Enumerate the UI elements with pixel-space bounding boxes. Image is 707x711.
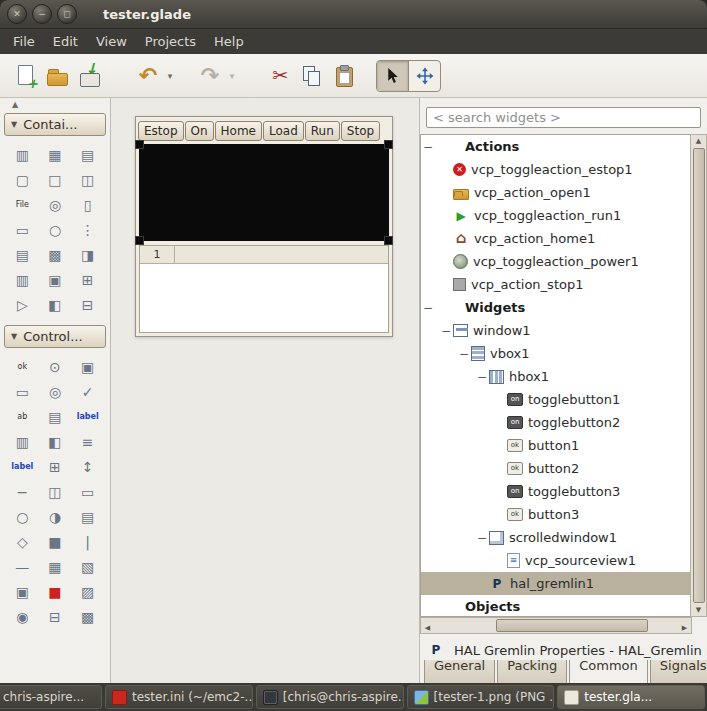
palette-widget-icon[interactable]: ▥ bbox=[11, 146, 33, 163]
palette-widget-icon[interactable]: ok bbox=[11, 358, 33, 375]
tree-row[interactable]: vcp_action_open1 bbox=[421, 181, 690, 204]
properties-tab[interactable]: Common bbox=[569, 660, 648, 683]
palette-widget-icon[interactable]: ◇ bbox=[11, 533, 33, 550]
properties-tab[interactable]: Packing bbox=[497, 660, 567, 683]
palette-widget-icon[interactable]: ▣ bbox=[11, 583, 33, 600]
palette-widget-icon[interactable]: ◧ bbox=[44, 296, 66, 313]
menu-item[interactable]: Projects bbox=[136, 31, 205, 52]
menu-item[interactable]: Help bbox=[205, 31, 253, 52]
taskbar-window-button[interactable]: tester.ini (~/emc2-... bbox=[105, 685, 253, 709]
properties-tab[interactable]: Signals bbox=[650, 660, 707, 683]
cut-button[interactable]: ✂ bbox=[264, 60, 296, 92]
palette-widget-icon[interactable]: ▩ bbox=[77, 608, 99, 625]
tree-row[interactable]: button3 bbox=[421, 503, 690, 526]
palette-widget-icon[interactable]: ▤ bbox=[77, 146, 99, 163]
horizontal-scroll-trough[interactable] bbox=[434, 618, 678, 633]
tree-row[interactable]: togglebutton2 bbox=[421, 411, 690, 434]
design-toolbar-button[interactable]: Load bbox=[263, 121, 304, 141]
expander-icon[interactable]: − bbox=[421, 140, 435, 154]
scroll-left-icon[interactable] bbox=[421, 618, 434, 633]
palette-widget-icon[interactable]: ▥ bbox=[11, 271, 33, 288]
palette-widget-icon[interactable]: ◫ bbox=[44, 483, 66, 500]
tree-row[interactable]: − vbox1 bbox=[421, 342, 690, 365]
tree-row[interactable]: vcp_toggleaction_run1 bbox=[421, 204, 690, 227]
design-toolbar-button[interactable]: Run bbox=[305, 121, 340, 141]
tree-row[interactable]: Objects bbox=[421, 595, 690, 617]
open-button[interactable] bbox=[42, 60, 74, 92]
new-button[interactable]: + bbox=[10, 60, 42, 92]
palette-widget-icon[interactable]: | bbox=[77, 533, 99, 550]
tree-row[interactable]: vcp_toggleaction_power1 bbox=[421, 250, 690, 273]
palette-widget-icon[interactable]: □ bbox=[44, 171, 66, 188]
selection-handle[interactable] bbox=[385, 141, 392, 148]
tree-row[interactable]: button2 bbox=[421, 457, 690, 480]
palette-widget-icon[interactable]: ▤ bbox=[77, 508, 99, 525]
palette-widget-icon[interactable]: ▣ bbox=[44, 271, 66, 288]
minimize-button[interactable]: − bbox=[32, 4, 52, 24]
scroll-right-icon[interactable] bbox=[678, 618, 691, 633]
palette-widget-icon[interactable]: ▭ bbox=[77, 483, 99, 500]
selection-handle[interactable] bbox=[136, 141, 143, 148]
tree-row[interactable]: hal_gremlin1 bbox=[421, 572, 690, 595]
palette-widget-icon[interactable]: label bbox=[11, 458, 33, 475]
palette-widget-icon[interactable]: ⊟ bbox=[77, 296, 99, 313]
taskbar-window-button[interactable]: [chris@chris-aspire... bbox=[256, 685, 404, 709]
tree-row[interactable]: − Widgets bbox=[421, 296, 690, 319]
copy-button[interactable] bbox=[296, 60, 328, 92]
menu-item[interactable]: View bbox=[87, 31, 136, 52]
palette-widget-icon[interactable]: ▨ bbox=[77, 583, 99, 600]
palette-widget-icon[interactable]: ▷ bbox=[11, 296, 33, 313]
palette-widget-icon[interactable]: ◑ bbox=[44, 508, 66, 525]
tree-row[interactable]: − scrolledwindow1 bbox=[421, 526, 690, 549]
palette-widget-icon[interactable]: − bbox=[11, 483, 33, 500]
palette-widget-icon[interactable]: ▦ bbox=[44, 146, 66, 163]
sourceview-preview[interactable] bbox=[139, 144, 389, 241]
tree-row[interactable]: vcp_action_stop1 bbox=[421, 273, 690, 296]
properties-tab[interactable]: General bbox=[424, 660, 495, 683]
menu-item[interactable]: Edit bbox=[44, 31, 87, 52]
redo-menu-button[interactable] bbox=[226, 60, 238, 92]
palette-widget-icon[interactable]: ⊙ bbox=[44, 358, 66, 375]
palette-widget-icon[interactable]: ▩ bbox=[44, 246, 66, 263]
paste-button[interactable] bbox=[328, 60, 360, 92]
scroll-up-icon[interactable] bbox=[696, 135, 701, 147]
horizontal-scroll-thumb[interactable] bbox=[496, 619, 648, 632]
design-toolbar-button[interactable]: On bbox=[185, 121, 214, 141]
design-toolbar-button[interactable]: Stop bbox=[341, 121, 380, 141]
selector-tool-button[interactable] bbox=[377, 61, 409, 91]
palette-widget-icon[interactable]: ✓ bbox=[77, 383, 99, 400]
palette-widget-icon[interactable]: ⋮ bbox=[77, 221, 99, 238]
taskbar-window-button[interactable]: [tester-1.png (PNG ... bbox=[407, 685, 555, 709]
palette-widget-icon[interactable]: ▣ bbox=[77, 358, 99, 375]
close-button[interactable]: ✕ bbox=[7, 4, 27, 24]
search-widgets-input[interactable] bbox=[426, 107, 701, 128]
tree-row[interactable]: vcp_sourceview1 bbox=[421, 549, 690, 572]
palette-scroll-up-icon[interactable] bbox=[0, 98, 110, 111]
tree-row[interactable]: togglebutton3 bbox=[421, 480, 690, 503]
tree-row[interactable]: − Actions bbox=[421, 135, 690, 158]
palette-widget-icon[interactable]: ◨ bbox=[77, 246, 99, 263]
tree-row[interactable]: − window1 bbox=[421, 319, 690, 342]
palette-widget-icon[interactable]: ⊞ bbox=[77, 271, 99, 288]
palette-section-controls[interactable]: Control... bbox=[4, 325, 106, 348]
tree-row[interactable]: button1 bbox=[421, 434, 690, 457]
palette-widget-icon[interactable]: ○ bbox=[11, 508, 33, 525]
design-toolbar-button[interactable]: Estop bbox=[138, 121, 184, 141]
hal-gremlin-preview[interactable]: 1 bbox=[139, 245, 389, 333]
palette-widget-icon[interactable]: ↕ bbox=[77, 458, 99, 475]
palette-widget-icon[interactable]: ≡ bbox=[77, 433, 99, 450]
drag-resize-tool-button[interactable] bbox=[409, 61, 440, 91]
expander-icon[interactable]: − bbox=[475, 531, 489, 545]
tree-vertical-scrollbar[interactable] bbox=[690, 134, 707, 617]
tree-row[interactable]: − hbox1 bbox=[421, 365, 690, 388]
selection-handle[interactable] bbox=[136, 237, 143, 244]
palette-widget-icon[interactable]: ▦ bbox=[44, 558, 66, 575]
palette-widget-icon[interactable]: ◎ bbox=[44, 196, 66, 213]
palette-widget-icon[interactable]: ▢ bbox=[11, 171, 33, 188]
palette-widget-icon[interactable]: ▯ bbox=[77, 196, 99, 213]
palette-widget-icon[interactable]: ◉ bbox=[11, 608, 33, 625]
taskbar-window-button[interactable]: chris-aspire... bbox=[0, 685, 102, 709]
taskbar-window-button[interactable]: tester.gla... bbox=[557, 685, 705, 709]
palette-widget-icon[interactable]: ▥ bbox=[11, 433, 33, 450]
selection-handle[interactable] bbox=[385, 237, 392, 244]
